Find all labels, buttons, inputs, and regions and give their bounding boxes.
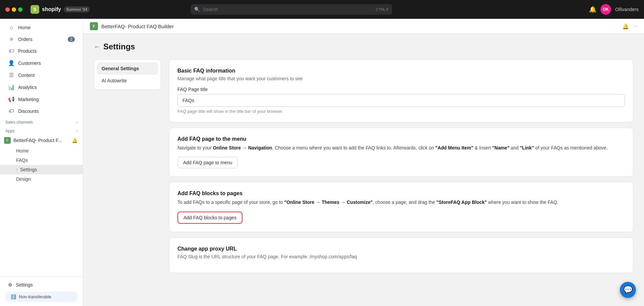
settings-active-arrow-icon: › [16,167,17,172]
username: Ollivanders [615,7,639,12]
customers-icon: 👤 [8,60,15,66]
basic-faq-card: Basic FAQ information Manage what page t… [169,59,633,122]
sidebar-label-content: Content [18,73,35,78]
topbar-right: 🔔 OK Ollivanders [589,4,639,15]
shopify-icon: S [31,5,39,14]
close-window-button[interactable] [5,7,10,12]
search-shortcut: CTRL K [376,7,389,11]
add-faq-blocks-button[interactable]: Add FAQ blocks to pages [177,212,243,224]
app-sub-item-home[interactable]: Home [0,146,83,156]
sidebar-label-home: Home [18,25,31,30]
summer-badge: Summer '24 [64,6,90,12]
search-bar: 🔍 CTRL K [191,4,392,15]
window-controls [5,7,22,12]
settings-nav-ai[interactable]: AI Autowrite [97,75,158,87]
betterfaq-icon: F [4,137,11,144]
search-icon: 🔍 [194,7,200,12]
app-header-more-icon[interactable]: ··· [633,23,637,30]
add-to-menu-body: Navigate to your Online Store → Navigati… [177,144,625,151]
betterfaq-app-row[interactable]: F BetterFAQ- Product F... 🔔 [0,135,83,146]
settings-nav-general[interactable]: General Settings [97,62,158,75]
sidebar-item-products[interactable]: 🏷 Products [3,45,80,57]
content-area: F BetterFAQ- Product FAQ Builder 🔔 ··· ←… [83,19,644,306]
settings-layout: General Settings AI Autowrite Basic FAQ … [94,59,633,273]
add-blocks-body: To add FAQs to a specific page of your s… [177,199,625,206]
betterfaq-bell-icon: 🔔 [72,138,77,143]
add-blocks-title: Add FAQ blocks to pages [177,190,625,196]
sidebar: ⌂ Home ≡ Orders 2 🏷 Products 👤 Customers… [0,19,83,306]
settings-nav-general-label: General Settings [102,66,139,71]
change-proxy-subtitle: FAQ Slug is the URL structure of your FA… [177,254,625,259]
settings-nav-ai-label: AI Autowrite [102,78,127,83]
page-heading: ← Settings [94,42,633,51]
sidebar-footer: ⚙ Settings ℹ️ Non-transferable [0,276,83,306]
app-sub-nav: Home FAQs › Settings Design [0,146,83,184]
sidebar-item-customers[interactable]: 👤 Customers [3,57,80,69]
page-title: Settings [103,42,135,51]
sidebar-item-home[interactable]: ⌂ Home [3,22,80,33]
apps-label: Apps [5,129,14,133]
sidebar-label-marketing: Marketing [18,97,39,102]
add-blocks-card: Add FAQ blocks to pages To add FAQs to a… [169,182,633,232]
change-proxy-title: Change app proxy URL [177,246,625,252]
topbar: S shopify Summer '24 🔍 CTRL K 🔔 OK Olliv… [0,0,644,19]
sidebar-label-products: Products [18,48,37,54]
back-button[interactable]: ← [94,43,100,50]
chat-bubble-button[interactable]: 💬 [620,282,636,298]
app-header-bell-icon[interactable]: 🔔 [622,23,629,30]
app-header-title: BetterFAQ- Product FAQ Builder [101,24,174,29]
sidebar-item-marketing[interactable]: 📢 Marketing [3,93,80,105]
page-content: ← Settings General Settings AI Autowrite [83,34,644,281]
sidebar-label-customers: Customers [18,60,41,66]
sidebar-item-analytics[interactable]: 📊 Analytics [3,81,80,93]
faq-page-title-label: FAQ Page title [177,87,625,92]
non-transferable-banner: ℹ️ Non-transferable [5,292,77,302]
app-sub-item-faqs[interactable]: FAQs [0,156,83,165]
add-to-menu-card: Add FAQ page to the menu Navigate to you… [169,128,633,177]
shopify-label: shopify [42,6,61,12]
settings-sidebar-card: General Settings AI Autowrite [94,59,161,90]
apps-section[interactable]: Apps › [0,126,83,135]
app-sub-item-settings[interactable]: › Settings [0,165,83,174]
change-proxy-card: Change app proxy URL FAQ Slug is the URL… [169,237,633,273]
app-sub-label-faqs: FAQs [16,158,28,163]
settings-icon: ⚙ [8,282,12,288]
orders-icon: ≡ [8,36,15,42]
sidebar-item-orders[interactable]: ≡ Orders 2 [3,34,80,45]
search-input[interactable] [191,4,392,15]
betterfaq-label: BetterFAQ- Product F... [13,138,62,143]
app-header: F BetterFAQ- Product FAQ Builder 🔔 ··· [83,19,644,34]
app-sub-item-design[interactable]: Design [0,174,83,184]
sidebar-label-analytics: Analytics [18,85,37,90]
add-faq-to-menu-button[interactable]: Add FAQ page to menu [177,157,238,168]
analytics-icon: 📊 [8,84,15,90]
sales-channels-section[interactable]: Sales channels › [0,117,83,126]
discounts-icon: 🏷 [8,108,15,114]
app-logo-icon: F [90,22,98,30]
main-layout: ⌂ Home ≡ Orders 2 🏷 Products 👤 Customers… [0,19,644,306]
sidebar-nav: ⌂ Home ≡ Orders 2 🏷 Products 👤 Customers… [0,19,83,276]
home-icon: ⌂ [8,25,15,31]
apps-arrow-icon: › [76,129,77,133]
sidebar-item-discounts[interactable]: 🏷 Discounts [3,105,80,117]
settings-sidebar-nav: General Settings AI Autowrite [94,59,161,273]
sidebar-item-content[interactable]: ☰ Content [3,69,80,81]
orders-badge: 2 [68,37,75,42]
notification-bell-icon[interactable]: 🔔 [589,6,596,13]
app-sub-label-settings: Settings [20,167,37,172]
basic-faq-title: Basic FAQ information [177,68,625,74]
sidebar-label-discounts: Discounts [18,108,39,114]
info-icon: ℹ️ [11,294,16,299]
faq-page-title-input[interactable] [177,94,625,107]
app-header-right: 🔔 ··· [622,23,637,30]
app-sub-label-home: Home [16,148,29,154]
sidebar-item-settings[interactable]: ⚙ Settings [3,279,80,290]
app-header-left: F BetterFAQ- Product FAQ Builder [90,22,174,30]
app-sub-label-design: Design [16,176,31,182]
sidebar-label-settings: Settings [16,282,33,288]
minimize-window-button[interactable] [12,7,16,12]
sidebar-label-orders: Orders [18,37,33,42]
maximize-window-button[interactable] [18,7,22,12]
faq-page-title-hint: FAQ page title will show in the title ba… [177,109,625,114]
content-icon: ☰ [8,72,15,78]
